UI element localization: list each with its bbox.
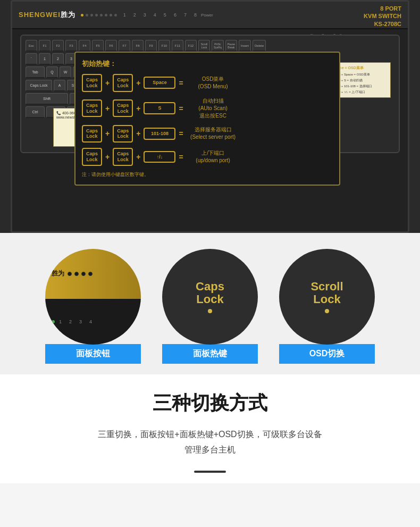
hotkey-popup: 初始热键： CapsLock + CapsLock + Space = OSD菜… [74,52,340,186]
keyboard-frame: Esc F1 F2 F3 F4 F5 F6 F7 F8 F9 F10 F11 F… [20,35,400,153]
key-f2[interactable]: F2 [52,40,64,52]
key-prtsc[interactable]: PrtScSysRq [212,40,224,52]
circle-item-panel-button: 胜为 1 2 3 4 面板按钮 [45,249,141,364]
hotkey-row-1: CapsLock + CapsLock + Space = OSD菜单(OSD … [82,74,333,92]
key-f12[interactable]: F12 [185,40,197,52]
num-1: 1 [59,319,62,324]
circle-3-dot [325,309,329,313]
key-capslock-4b: CapsLock [113,148,133,166]
kvm-dot-5 [100,14,103,16]
key-f8[interactable]: F8 [132,40,144,52]
key-a[interactable]: A [54,80,65,91]
key-f4[interactable]: F4 [79,40,90,52]
key-f5[interactable]: F5 [92,40,104,52]
key-lctrl[interactable]: Ctrl [26,106,45,118]
power-label: Power [201,13,213,18]
plus-1a: + [105,79,110,87]
key-1[interactable]: 1 [39,53,51,65]
brand-text: SHENGWEI胜为 [19,10,75,20]
kvm-dot-8 [114,14,117,16]
kvm-dot-7 [110,14,112,16]
key-f10[interactable]: F10 [158,40,170,52]
key-insert[interactable]: Insert [239,40,251,52]
plus-2b: + [136,104,140,113]
key-capslock-1a: CapsLock [82,74,102,92]
key-esc[interactable]: Esc [26,40,37,52]
hotkey-row-2: CapsLock + CapsLock + S = 自动扫描(AUto Scan… [82,97,333,120]
plus-4a: + [105,153,110,161]
key-capslock-3a: CapsLock [82,125,102,143]
kvm-dot-3 [90,14,93,16]
key-s-2: S [144,102,175,114]
equals-1: = [179,79,183,87]
key-q[interactable]: Q [46,66,58,78]
key-num-3: 101-108 [144,128,175,140]
key-f1[interactable]: F1 [39,40,51,52]
scroll-line2: Lock [313,292,340,306]
panel-dot-4 [88,272,93,276]
key-backtick[interactable]: ` [26,53,37,65]
circle-label-2: 面板热键 [162,344,258,364]
key-f6[interactable]: F6 [105,40,117,52]
equals-3: = [179,129,183,138]
circle-1-top: 胜为 [45,249,141,299]
sub-text: 三重切换，面板按钮+面板热键+OSD切换，可级联多台设备管理多台主机 [21,427,399,458]
desc-4: 上/下端口(up/down port) [187,149,240,164]
key-tab[interactable]: Tab [26,66,45,78]
key-w[interactable]: W [60,66,71,78]
model-number: KS-2708C [364,20,401,28]
key-pause[interactable]: PauseBreak [225,40,237,52]
main-title: 三种切换方式 [21,390,399,416]
key-lshift[interactable]: Shift [26,93,68,105]
key-delete[interactable]: Delete [253,40,266,52]
key-2[interactable]: 2 [52,53,64,65]
circle-label-1: 面板按钮 [45,344,141,364]
circle-img-2: Caps Lock [162,249,258,345]
plus-1b: + [136,79,140,87]
circle-img-1: 胜为 1 2 3 4 [45,249,141,345]
sticker-row-1: □ + □ + Space = OSD菜单 [333,72,388,77]
key-capslock-3b: CapsLock [113,125,133,143]
panel-dot-1 [68,272,72,276]
key-capslock-2b: CapsLock [113,99,133,118]
circle-img-3: Scroll Lock [279,249,375,345]
model-line2: KVM SWITCH [364,12,401,20]
equals-2: = [179,104,183,113]
divider [194,471,226,473]
key-capslock[interactable]: Caps Lock [26,80,52,91]
kvm-dots [81,14,117,16]
desc-3: 选择服务器端口(Select server port) [187,126,240,141]
scroll-line1: Scroll [310,280,343,293]
num-3: 3 [79,319,82,324]
circle-2-dark-bg: Caps Lock [162,249,258,345]
keyboard-area: NumLock CapsLock ScrollLock [12,29,408,231]
hotkey-title: 初始热键： [82,59,333,69]
key-arrow-4: ↑/↓ [144,151,175,163]
plus-3b: + [136,129,140,138]
hotkey-row-3: CapsLock + CapsLock + 101-108 = 选择服务器端口(… [82,125,333,143]
device-outer: SHENGWEI胜为 12345678 Power 8 PORT KVM SWI… [11,0,409,233]
key-f3[interactable]: F3 [65,40,77,52]
text-section: 三种切换方式 三重切换，面板按钮+面板热键+OSD切换，可级联多台设备管理多台主… [0,374,420,483]
kb-row-function: Esc F1 F2 F3 F4 F5 F6 F7 F8 F9 F10 F11 F… [26,40,394,52]
plus-3a: + [105,129,110,138]
circle-3-key-text: Scroll Lock [310,280,343,306]
kvm-dot-4 [95,14,98,16]
key-f9[interactable]: F9 [145,40,157,52]
plus-2a: + [105,104,110,113]
kvm-dot-1 [81,14,83,16]
circle-label-3: OSD切换 [279,344,375,364]
key-f7[interactable]: F7 [119,40,130,52]
kvm-dot-2 [86,14,88,16]
circle-1-dots [68,272,93,276]
num-4: 4 [89,319,92,324]
key-scroll-lock[interactable]: ScrollLock [198,40,210,52]
panel-dot-3 [81,272,86,276]
circles-section: 胜为 1 2 3 4 面板按钮 [0,233,420,374]
sticker-row-3: □ + □ + 101-108 = 选择端口 [333,84,388,89]
key-f11[interactable]: F11 [172,40,183,52]
circle-item-scroll-lock: Scroll Lock OSD切换 [279,249,375,364]
hotkey-row-4: CapsLock + CapsLock + ↑/↓ = 上/下端口(up/dow… [82,148,333,166]
plus-4b: + [136,153,140,161]
equals-4: = [179,153,183,161]
